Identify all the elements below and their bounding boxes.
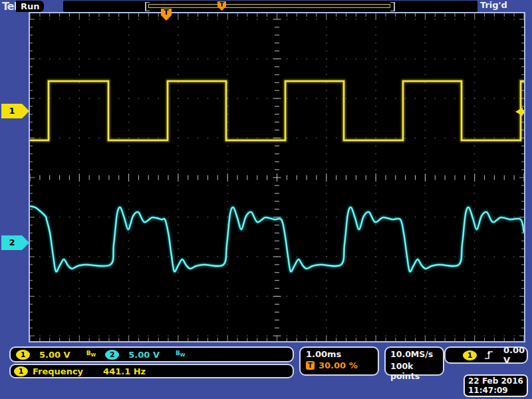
time-label: 11:47:09 xyxy=(468,386,523,395)
trigger-status-label: Trig'd xyxy=(480,0,507,10)
measurement-name: Frequency xyxy=(33,366,83,376)
ch1-badge: 1 xyxy=(16,350,30,360)
ch2-ground-marker[interactable]: 2 xyxy=(1,235,29,250)
trigger-level-value: 0.00 V xyxy=(503,345,525,365)
trigger-source-badge: 1 xyxy=(463,350,477,360)
ch2-scale: 5.00 V xyxy=(128,350,160,360)
ch2-trace xyxy=(30,206,524,271)
ch1-scale: 5.00 V xyxy=(39,350,70,360)
graticule-display xyxy=(29,12,525,342)
record-length-value: 100k points xyxy=(390,361,438,381)
measurement-source-badge: 1 xyxy=(14,366,28,376)
ch2-bandwidth-icon: BW xyxy=(176,350,186,358)
ch1-bandwidth-icon: BW xyxy=(86,350,96,358)
horizontal-readout[interactable]: 1.00ms T 30.00 % xyxy=(299,346,379,376)
date-label: 22 Feb 2016 xyxy=(468,376,523,386)
graticule-svg xyxy=(30,13,524,341)
grid-dots xyxy=(30,13,524,341)
oscilloscope-screen: { "topbar": { "logo": "Tek", "acq_status… xyxy=(0,0,532,399)
acquisition-readout[interactable]: 10.0MS/s 100k points xyxy=(384,346,444,376)
measurement-value: 441.1 Hz xyxy=(103,366,146,376)
timebase-value: 1.00ms xyxy=(306,349,372,359)
record-view-bar[interactable] xyxy=(63,1,477,12)
trigger-readout[interactable]: 1 0.00 V xyxy=(444,346,528,364)
acquisition-status-badge: Run xyxy=(16,1,44,12)
vertical-scale-readout[interactable]: 1 5.00 V BW 2 5.00 V BW xyxy=(9,346,294,362)
record-view-window xyxy=(148,4,390,8)
measurement-readout[interactable]: 1 Frequency 441.1 Hz xyxy=(9,364,294,378)
rising-edge-icon xyxy=(483,350,495,360)
record-view-right-bracket xyxy=(390,2,395,11)
trigger-position-value: 30.00 % xyxy=(319,360,358,370)
ch2-badge: 2 xyxy=(105,350,119,360)
trigger-position-icon: T xyxy=(306,361,315,370)
ch1-trace xyxy=(30,81,524,140)
sample-rate-value: 10.0MS/s xyxy=(390,349,438,359)
ch1-ground-marker[interactable]: 1 xyxy=(1,104,29,118)
datetime-readout: 22 Feb 2016 11:47:09 xyxy=(464,374,528,397)
